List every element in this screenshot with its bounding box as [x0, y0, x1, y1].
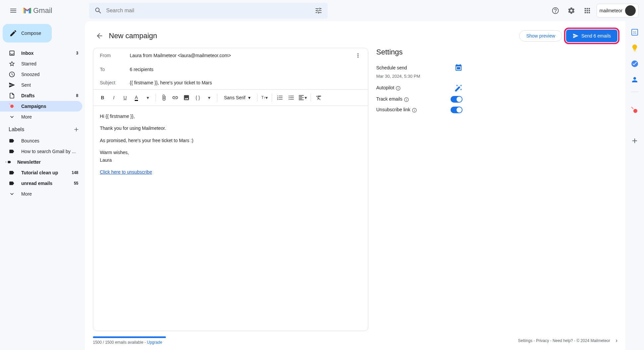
contacts-app-icon[interactable]: [631, 76, 639, 84]
sidebar-item-snoozed[interactable]: Snoozed: [0, 69, 82, 80]
add-app-button[interactable]: [631, 137, 639, 145]
tune-icon[interactable]: [315, 7, 322, 15]
label-item-more[interactable]: More: [0, 189, 82, 199]
apps-button[interactable]: [581, 4, 594, 17]
label-text: More: [21, 191, 78, 197]
compose-label: Compose: [21, 31, 41, 36]
bullet-list-button[interactable]: [286, 92, 297, 103]
show-preview-button[interactable]: Show preview: [519, 30, 562, 42]
body-line2: As promised, here's your free ticket to …: [100, 137, 361, 144]
send-icon: [9, 82, 15, 88]
gmail-logo[interactable]: Gmail: [23, 6, 52, 15]
image-button[interactable]: [181, 92, 192, 103]
svg-rect-1: [457, 67, 460, 69]
account-chip[interactable]: mailmeteor: [597, 4, 639, 18]
help-button[interactable]: [549, 4, 562, 17]
wand-icon[interactable]: [455, 84, 463, 92]
body-closing1: Warm wishes,: [100, 150, 129, 155]
info-icon[interactable]: [404, 97, 409, 102]
nav-label: Starred: [21, 61, 78, 66]
editor-body[interactable]: Hi {{ firstname }}, Thank you for using …: [93, 106, 368, 331]
more-vert-icon: [355, 52, 361, 59]
info-icon[interactable]: [412, 108, 417, 113]
dropdown-button[interactable]: ▾: [142, 92, 153, 103]
footer-chevron[interactable]: ›: [615, 337, 617, 344]
autopilot-setting[interactable]: Autopilot: [376, 82, 463, 94]
track-emails-setting[interactable]: Track emails: [376, 94, 463, 105]
settings-button[interactable]: [565, 4, 578, 17]
search-icon: [94, 7, 102, 15]
search-bar[interactable]: [89, 3, 328, 19]
calendar-icon[interactable]: [455, 64, 463, 72]
bold-button[interactable]: B: [97, 92, 108, 103]
info-icon[interactable]: [395, 86, 401, 91]
nav-label: Sent: [21, 82, 78, 88]
sidebar-item-drafts[interactable]: Drafts 8: [0, 90, 82, 101]
font-size-button[interactable]: TT ▾: [260, 92, 269, 103]
unsubscribe-setting[interactable]: Unsubscribe link: [376, 105, 463, 115]
label-item-newsletter[interactable]: Newsletter: [0, 157, 82, 167]
italic-button[interactable]: I: [108, 92, 119, 103]
search-input[interactable]: [106, 8, 315, 14]
subject-field[interactable]: Subject {{ firstname }}, here's your tic…: [93, 76, 368, 89]
tasks-app-icon[interactable]: [631, 60, 639, 68]
attach-button[interactable]: [159, 92, 169, 103]
label-icon: [9, 148, 15, 154]
nav-count: 3: [76, 51, 78, 55]
label-item-howto[interactable]: How to search Gmail by ...: [0, 146, 82, 157]
nav-label: Campaigns: [21, 104, 78, 109]
label-item-unread[interactable]: unread emails 55: [0, 178, 82, 189]
label-count: 148: [72, 170, 78, 175]
schedule-send-setting[interactable]: Schedule send: [376, 62, 463, 74]
nav-label: Snoozed: [21, 72, 78, 77]
sidebar-item-more[interactable]: More: [0, 112, 82, 122]
text-color-button[interactable]: A: [131, 92, 142, 103]
label-icon: [9, 180, 15, 186]
dropdown-button[interactable]: ▾: [204, 92, 214, 103]
keep-app-icon[interactable]: [631, 44, 639, 52]
from-menu-button[interactable]: [355, 52, 361, 59]
nav-label: More: [21, 114, 78, 120]
label-item-tutorial[interactable]: Tutorial clean up 148: [0, 167, 82, 178]
align-button[interactable]: ▾: [297, 92, 308, 103]
track-toggle[interactable]: [451, 96, 463, 103]
star-icon: [9, 60, 15, 67]
underline-button[interactable]: U: [120, 92, 130, 103]
svg-point-5: [633, 109, 637, 113]
variable-button[interactable]: { }: [192, 92, 203, 103]
back-button[interactable]: [93, 29, 106, 43]
subject-label: Subject: [100, 80, 130, 85]
link-button[interactable]: [170, 92, 180, 103]
compose-button[interactable]: Compose: [3, 24, 52, 43]
schedule-label: Schedule send: [376, 65, 407, 70]
font-selector[interactable]: Sans Serif▾: [220, 95, 254, 100]
clear-format-button[interactable]: [314, 92, 324, 103]
send-emails-button[interactable]: Send 6 emails: [566, 30, 617, 42]
from-label: From: [100, 53, 130, 58]
send-label: Send 6 emails: [581, 33, 611, 39]
to-field[interactable]: To 6 recipients: [93, 63, 368, 76]
unsubscribe-toggle[interactable]: [451, 107, 463, 113]
upgrade-link[interactable]: Upgrade: [147, 340, 162, 345]
sidebar-item-starred[interactable]: Starred: [0, 58, 82, 69]
footer-links[interactable]: Settings - Privacy - Need help? - © 2024…: [518, 338, 610, 343]
mailmeteor-app-icon[interactable]: [631, 106, 639, 114]
formatting-toolbar: B I U A ▾ { } ▾ Sans Serif▾: [93, 89, 368, 106]
image-icon: [183, 94, 190, 101]
quota-text: 1500 / 1500 emails available -: [93, 340, 147, 345]
caret-icon: [5, 160, 7, 164]
unsubscribe-link[interactable]: Click here to unsubscribe: [100, 169, 152, 175]
label-item-bounces[interactable]: Bounces: [0, 135, 82, 146]
sidebar-item-campaigns[interactable]: Campaigns: [0, 101, 82, 112]
label-text: Tutorial clean up: [21, 170, 72, 175]
label-icon: [9, 138, 15, 144]
plus-icon[interactable]: [73, 126, 80, 133]
sidebar-item-inbox[interactable]: Inbox 3: [0, 48, 82, 58]
gear-icon: [567, 7, 575, 15]
from-field[interactable]: From Laura from Mailmeteor <laura@mailme…: [93, 48, 368, 63]
calendar-app-icon[interactable]: 31: [631, 28, 639, 36]
main-menu-button[interactable]: [5, 3, 21, 19]
numbered-list-button[interactable]: [275, 92, 285, 103]
label-icon: [7, 159, 11, 165]
sidebar-item-sent[interactable]: Sent: [0, 80, 82, 90]
